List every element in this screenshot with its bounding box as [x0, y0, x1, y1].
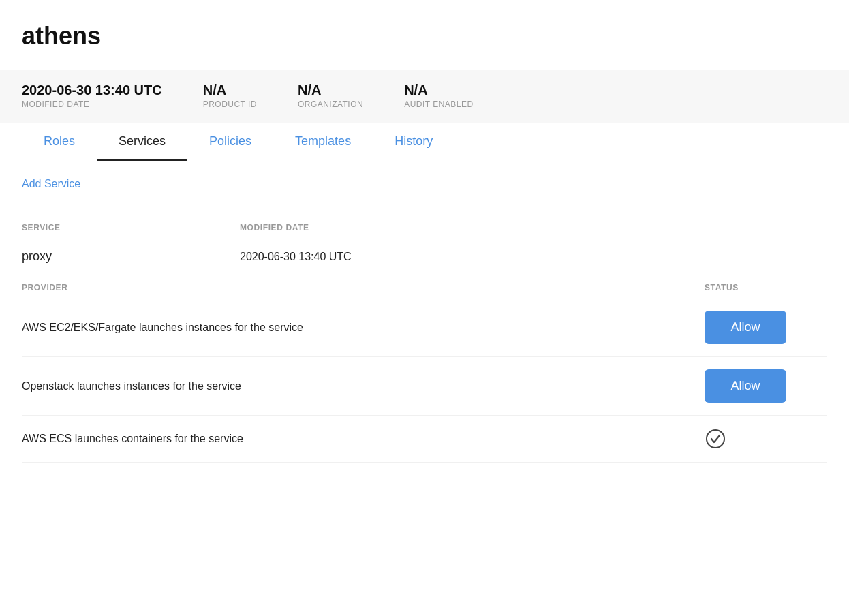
th-provider: PROVIDER: [22, 283, 705, 292]
table-header: SERVICE MODIFIED DATE: [22, 217, 827, 238]
th-status: STATUS: [705, 283, 827, 292]
tab-templates[interactable]: Templates: [273, 123, 373, 161]
meta-product-id: N/A PRODUCT ID: [203, 82, 257, 109]
meta-bar: 2020-06-30 13:40 UTC MODIFIED DATE N/A P…: [0, 70, 849, 123]
provider-table: PROVIDER STATUS AWS EC2/EKS/Fargate laun…: [22, 277, 827, 463]
meta-modified-date: 2020-06-30 13:40 UTC MODIFIED DATE: [22, 82, 162, 109]
status-cell-3: [705, 428, 827, 450]
organization-value: N/A: [298, 82, 363, 98]
modified-date-value: 2020-06-30 13:40 UTC: [22, 82, 162, 98]
provider-table-header: PROVIDER STATUS: [22, 277, 827, 298]
tab-history[interactable]: History: [373, 123, 454, 161]
tabs-bar: Roles Services Policies Templates Histor…: [0, 123, 849, 161]
meta-organization: N/A ORGANIZATION: [298, 82, 363, 109]
services-table: SERVICE MODIFIED DATE proxy 2020-06-30 1…: [22, 217, 827, 463]
tab-services[interactable]: Services: [97, 123, 187, 161]
organization-label: ORGANIZATION: [298, 99, 363, 109]
status-cell-2: Allow: [705, 369, 827, 403]
service-row: proxy 2020-06-30 13:40 UTC PROVIDER STAT…: [22, 238, 827, 463]
app-title: athens: [22, 22, 827, 50]
provider-name-1: AWS EC2/EKS/Fargate launches instances f…: [22, 322, 705, 334]
provider-name-2: Openstack launches instances for the ser…: [22, 380, 705, 392]
provider-row-3: AWS ECS launches containers for the serv…: [22, 416, 827, 463]
provider-row-1: AWS EC2/EKS/Fargate launches instances f…: [22, 298, 827, 357]
service-name: proxy: [22, 249, 240, 264]
check-circle-icon: [705, 428, 726, 450]
audit-enabled-label: AUDIT ENABLED: [404, 99, 473, 109]
service-row-main: proxy 2020-06-30 13:40 UTC: [22, 249, 827, 269]
allow-button-2[interactable]: Allow: [705, 369, 786, 403]
product-id-label: PRODUCT ID: [203, 99, 257, 109]
th-modified-date: MODIFIED DATE: [240, 223, 827, 232]
provider-name-3: AWS ECS launches containers for the serv…: [22, 433, 705, 445]
status-cell-1: Allow: [705, 311, 827, 344]
tab-policies[interactable]: Policies: [187, 123, 273, 161]
th-service: SERVICE: [22, 223, 240, 232]
allow-button-1[interactable]: Allow: [705, 311, 786, 344]
modified-date-label: MODIFIED DATE: [22, 99, 162, 109]
provider-row-2: Openstack launches instances for the ser…: [22, 357, 827, 416]
tab-roles[interactable]: Roles: [22, 123, 97, 161]
svg-point-0: [707, 430, 724, 448]
add-service-button[interactable]: Add Service: [22, 178, 80, 190]
meta-audit-enabled: N/A AUDIT ENABLED: [404, 82, 473, 109]
tab-content: Add Service SERVICE MODIFIED DATE proxy …: [22, 161, 827, 463]
audit-enabled-value: N/A: [404, 82, 473, 98]
product-id-value: N/A: [203, 82, 257, 98]
service-modified-date: 2020-06-30 13:40 UTC: [240, 251, 352, 263]
